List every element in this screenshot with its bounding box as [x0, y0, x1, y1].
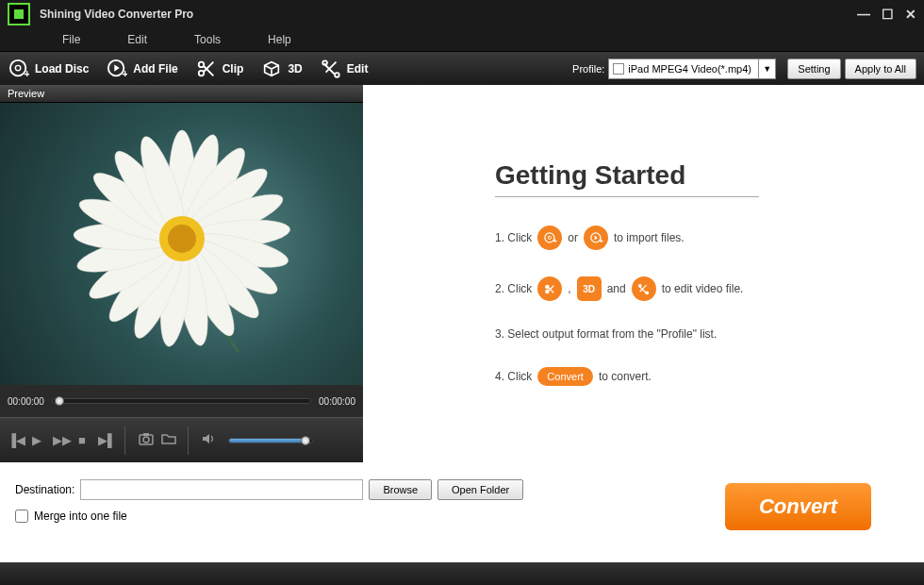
svg-point-8 — [335, 73, 339, 77]
disc-mini-icon: + — [537, 226, 562, 250]
browse-button[interactable]: Browse — [369, 479, 432, 500]
main-panel: Getting Started 1. Click + or + to impor… — [363, 85, 924, 462]
3d-button[interactable]: 3D — [260, 58, 302, 80]
time-end: 00:00:00 — [319, 396, 355, 407]
scissors-mini-icon — [537, 276, 562, 301]
apply-to-all-button[interactable]: Apply to All — [845, 58, 916, 79]
window-controls: — ☐ ✕ — [857, 7, 916, 22]
disc-icon: + — [8, 58, 30, 80]
preview-header: Preview — [0, 85, 363, 103]
profile-dropdown-arrow[interactable]: ▼ — [759, 58, 776, 79]
setting-button[interactable]: Setting — [787, 58, 840, 79]
svg-point-6 — [198, 70, 204, 75]
profile-label: Profile: — [572, 63, 604, 75]
time-start: 00:00:00 — [8, 396, 44, 407]
seek-slider[interactable] — [52, 398, 311, 404]
scissors-icon — [195, 58, 218, 80]
time-bar: 00:00:00 00:00:00 — [0, 385, 363, 417]
play-button[interactable]: ▶ — [30, 433, 43, 447]
preview-panel: Preview 00:00:00 00:00:00 ▐◀ ▶ — [0, 85, 363, 462]
convert-button[interactable]: Convert — [725, 483, 871, 530]
preview-image — [0, 103, 363, 385]
add-file-button[interactable]: + Add File — [106, 58, 177, 80]
close-button[interactable]: ✕ — [905, 7, 916, 22]
toolbar: + Load Disc + Add File Clip 3D Edit Prof… — [0, 51, 924, 85]
menu-bar: File Edit Tools Help — [0, 28, 924, 51]
minimize-button[interactable]: — — [857, 7, 870, 22]
load-disc-button[interactable]: + Load Disc — [8, 58, 89, 80]
maximize-button[interactable]: ☐ — [882, 7, 894, 22]
svg-point-11 — [168, 225, 196, 253]
add-file-label: Add File — [133, 62, 177, 75]
app-icon — [8, 3, 30, 25]
svg-rect-14 — [143, 433, 149, 436]
svg-text:+: + — [123, 68, 128, 79]
app-title: Shining Video Converter Pro — [40, 8, 857, 21]
svg-point-16 — [548, 236, 551, 239]
volume-slider[interactable] — [228, 438, 313, 443]
tools-mini-icon — [632, 276, 656, 301]
prev-button[interactable]: ▐◀ — [8, 433, 21, 447]
menu-edit[interactable]: Edit — [127, 33, 147, 46]
open-folder-button[interactable]: Open Folder — [437, 479, 523, 500]
fast-forward-button[interactable]: ▶▶ — [53, 433, 66, 447]
svg-point-7 — [322, 60, 327, 65]
snapshot-button[interactable] — [139, 432, 152, 448]
load-disc-label: Load Disc — [35, 62, 89, 75]
play-plus-icon: + — [106, 58, 128, 80]
convert-mini-pill: Convert — [537, 367, 593, 386]
svg-point-13 — [143, 437, 149, 443]
clip-button[interactable]: Clip — [195, 58, 244, 80]
svg-text:+: + — [25, 68, 30, 79]
folder-button[interactable] — [161, 432, 174, 448]
getting-started-title: Getting Started — [495, 160, 759, 197]
profile-select[interactable]: iPad MPEG4 Video(*.mp4) — [608, 58, 759, 79]
svg-text:+: + — [553, 238, 556, 244]
edit-button[interactable]: Edit — [320, 58, 369, 80]
title-bar: Shining Video Converter Pro — ☐ ✕ — [0, 0, 924, 28]
profile-value: iPad MPEG4 Video(*.mp4) — [628, 63, 751, 75]
edit-label: Edit — [347, 62, 369, 75]
volume-icon[interactable] — [202, 432, 215, 448]
merge-label: Merge into one file — [34, 510, 127, 523]
destination-label: Destination: — [15, 483, 74, 496]
next-button[interactable]: ▶▌ — [98, 433, 111, 447]
footer-bar — [0, 562, 924, 585]
play-mini-icon: + — [584, 226, 608, 250]
3d-mini-icon: 3D — [577, 276, 602, 301]
svg-point-1 — [15, 65, 20, 71]
svg-point-22 — [639, 284, 642, 287]
playback-controls: ▐◀ ▶ ▶▶ ■ ▶▌ — [0, 417, 363, 462]
step-2: 2. Click , 3D and to edit video file. — [495, 276, 924, 301]
menu-file[interactable]: File — [62, 33, 80, 46]
destination-input[interactable] — [80, 479, 363, 500]
step-3: 3. Select output format from the "Profil… — [495, 327, 924, 341]
stop-button[interactable]: ■ — [75, 433, 89, 447]
tools-icon — [320, 58, 342, 80]
3d-label: 3D — [288, 62, 302, 75]
menu-help[interactable]: Help — [268, 33, 291, 46]
step-4: 4. Click Convert to convert. — [495, 367, 924, 386]
svg-point-23 — [646, 292, 649, 294]
clip-label: Clip — [223, 62, 244, 75]
step-1: 1. Click + or + to import files. — [495, 226, 924, 250]
menu-tools[interactable]: Tools — [194, 33, 221, 46]
merge-checkbox[interactable] — [15, 510, 28, 523]
cube-icon — [260, 58, 283, 80]
svg-text:+: + — [599, 238, 602, 244]
svg-point-5 — [198, 61, 204, 67]
